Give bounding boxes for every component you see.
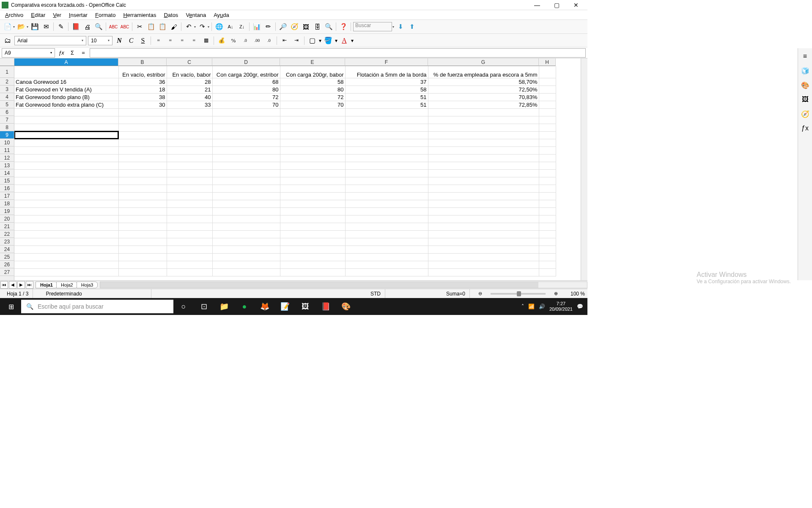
cell-E22[interactable] [280,230,345,238]
row-header-4[interactable]: 4 [0,93,14,101]
cell-A24[interactable] [14,246,118,253]
minimize-button[interactable]: — [527,0,547,10]
cell-D6[interactable] [212,108,280,116]
cell-A27[interactable] [14,268,118,276]
vertical-scrollbar[interactable] [581,58,587,280]
cell-A4[interactable]: Fat Gorewood fondo plano (B) [14,93,118,101]
menu-ver[interactable]: Ver [49,11,65,19]
cell-H14[interactable] [539,169,556,177]
cell-B7[interactable] [118,116,167,124]
system-tray[interactable]: ˄ 📶 🔊 7:27 20/09/2021 💬 [521,301,587,312]
chart-icon[interactable]: 📊 [252,22,262,32]
row-header-22[interactable]: 22 [0,230,14,238]
cell-F17[interactable] [345,192,428,200]
cell-A20[interactable] [14,215,118,223]
cut-icon[interactable]: ✂ [134,22,145,32]
cell-A15[interactable] [14,177,118,185]
row-header-15[interactable]: 15 [0,177,14,185]
cell-F19[interactable] [345,207,428,215]
help-icon[interactable]: ❓ [338,22,348,32]
cell-E24[interactable] [280,246,345,253]
sum-icon[interactable]: Σ [68,48,77,58]
cell-E20[interactable] [280,215,345,223]
tray-chevron-icon[interactable]: ˄ [521,304,524,309]
cell-H16[interactable] [539,185,556,192]
cell-F14[interactable] [345,169,428,177]
cell-C27[interactable] [167,268,212,276]
cell-G21[interactable] [428,223,539,230]
cell-C11[interactable] [167,146,212,154]
cell-A11[interactable] [14,146,118,154]
decrease-indent-icon[interactable]: ⇤ [280,36,290,46]
cell-H10[interactable] [539,139,556,146]
email-icon[interactable]: ✉ [41,22,51,32]
bold-button[interactable]: N [114,36,124,46]
cell-A2[interactable]: Canoa Gorewood 16 [14,78,118,86]
cortana-icon[interactable]: ○ [173,298,194,315]
font-name-select[interactable]: Arial▾ [14,36,86,45]
cell-B4[interactable]: 38 [118,93,167,101]
cell-A8[interactable] [14,124,118,131]
row-header-12[interactable]: 12 [0,154,14,162]
cell-C21[interactable] [167,223,212,230]
cell-F24[interactable] [345,246,428,253]
cell-B3[interactable]: 18 [118,86,167,93]
cell-D22[interactable] [212,230,280,238]
cell-B6[interactable] [118,108,167,116]
cell-D25[interactable] [212,253,280,261]
cell-H11[interactable] [539,146,556,154]
cell-A12[interactable] [14,154,118,162]
cell-F26[interactable] [345,261,428,268]
cell-E17[interactable] [280,192,345,200]
cell-G9[interactable] [428,131,539,139]
column-header-A[interactable]: A [14,58,118,66]
cell-G7[interactable] [428,116,539,124]
column-header-H[interactable]: H [539,58,556,66]
cell-H2[interactable] [539,78,556,86]
cell-F12[interactable] [345,154,428,162]
cell-G6[interactable] [428,108,539,116]
cell-E11[interactable] [280,146,345,154]
cell-B16[interactable] [118,185,167,192]
cell-H5[interactable] [539,101,556,108]
pdf-icon[interactable]: 📕 [71,22,81,32]
cell-D14[interactable] [212,169,280,177]
paste-icon[interactable]: 📋 [157,22,167,32]
cell-F25[interactable] [345,253,428,261]
cell-D24[interactable] [212,246,280,253]
align-right-icon[interactable]: ≡ [177,36,187,46]
cell-F20[interactable] [345,215,428,223]
cell-E27[interactable] [280,268,345,276]
cell-H7[interactable] [539,116,556,124]
italic-button[interactable]: C [126,36,136,46]
cell-A10[interactable] [14,139,118,146]
cell-D11[interactable] [212,146,280,154]
currency-icon[interactable]: 💰 [217,36,227,46]
cell-F9[interactable] [345,131,428,139]
cell-B1[interactable]: En vacío, estribor [118,66,167,78]
menu-datos[interactable]: Datos [160,11,181,19]
cell-F16[interactable] [345,185,428,192]
number-icon[interactable]: .0 [240,36,250,46]
cell-D2[interactable]: 68 [212,78,280,86]
cell-B14[interactable] [118,169,167,177]
cell-C23[interactable] [167,238,212,246]
row-header-13[interactable]: 13 [0,162,14,169]
save-icon[interactable]: 💾 [30,22,40,32]
cell-A17[interactable] [14,192,118,200]
cell-F21[interactable] [345,223,428,230]
cell-F15[interactable] [345,177,428,185]
row-header-17[interactable]: 17 [0,192,14,200]
sort-asc-icon[interactable]: A↓ [225,22,236,32]
menu-formato[interactable]: Formato [92,11,119,19]
row-header-6[interactable]: 6 [0,108,14,116]
pdf-icon[interactable]: 📕 [315,298,336,315]
cell-H3[interactable] [539,86,556,93]
cell-A7[interactable] [14,116,118,124]
cell-C6[interactable] [167,108,212,116]
menu-insertar[interactable]: Insertar [66,11,91,19]
cell-H8[interactable] [539,124,556,131]
edit-icon[interactable]: ✎ [56,22,66,32]
cell-B23[interactable] [118,238,167,246]
menu-herramientas[interactable]: Herramientas [120,11,159,19]
